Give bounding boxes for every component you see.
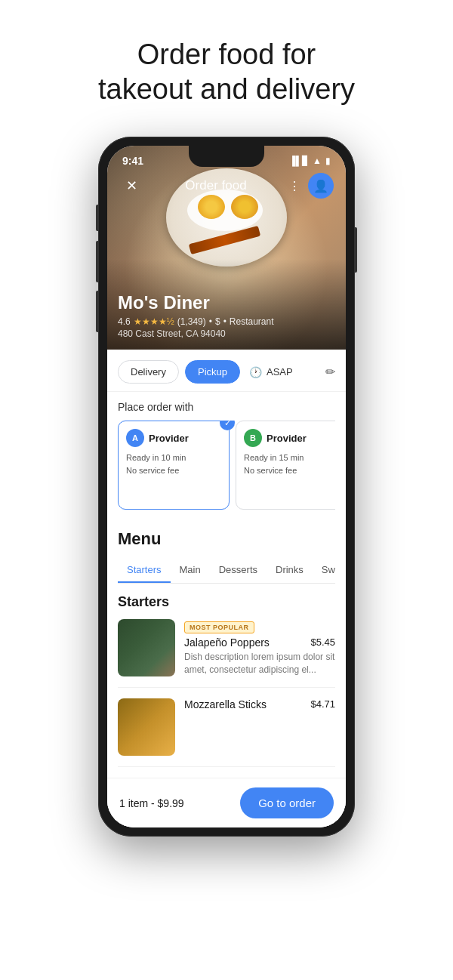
provider-section: Place order with ✓ A Provider Ready in 1… <box>107 392 346 519</box>
phone-notch <box>189 146 264 167</box>
item-header-poppers: Jalapeño Poppers $5.45 <box>184 636 335 651</box>
provider-b1-name: Provider <box>267 433 307 444</box>
menu-title: Menu <box>118 529 335 549</box>
category: Restaurant <box>230 316 274 327</box>
user-avatar-button[interactable]: 👤 <box>308 173 334 199</box>
phone-screen: 9:41 ▐▌▊ ▲ ▮ ✕ Order food ⋮ 👤 <box>107 146 346 827</box>
status-time: 9:41 <box>122 155 143 167</box>
separator1: • <box>209 316 212 327</box>
restaurant-meta: 4.6 ★★★★½ (1,349) • $ • Restaurant <box>118 316 335 327</box>
power-button <box>354 227 357 273</box>
order-summary: 1 item - $9.99 <box>119 797 184 809</box>
provider-b1-header: B Provider <box>244 429 335 447</box>
star-rating-icon: ★★★★½ <box>134 316 174 327</box>
menu-tab-main[interactable]: Main <box>171 558 210 583</box>
provider-card-a[interactable]: ✓ A Provider Ready in 10 min No service … <box>118 421 230 510</box>
provider-b1-logo: B <box>244 429 262 447</box>
menu-item-poppers[interactable]: MOST POPULAR Jalapeño Poppers $5.45 Dish… <box>118 619 335 688</box>
provider-a-name: Provider <box>149 433 189 444</box>
item-content-poppers: MOST POPULAR Jalapeño Poppers $5.45 Dish… <box>184 619 335 676</box>
bottom-bar: 1 item - $9.99 Go to order <box>107 778 346 827</box>
provider-b1-ready-time: Ready in 15 min <box>244 451 335 464</box>
provider-b1-details: Ready in 15 min No service fee <box>244 451 335 476</box>
provider-a-letter: A <box>132 433 138 442</box>
item-name-mozzarella: Mozzarella Sticks <box>184 698 267 710</box>
menu-tab-sweets[interactable]: Sweets & Treats <box>313 558 335 583</box>
category-title: Starters <box>118 594 335 610</box>
go-to-order-button[interactable]: Go to order <box>240 787 334 818</box>
pickup-tab[interactable]: Pickup <box>185 360 240 384</box>
page-title: Order food for takeout and delivery <box>68 38 385 106</box>
top-right-actions: ⋮ 👤 <box>288 173 334 199</box>
item-name-poppers: Jalapeño Poppers <box>184 636 270 649</box>
silent-button <box>96 205 99 231</box>
phone-frame: 9:41 ▐▌▊ ▲ ▮ ✕ Order food ⋮ 👤 <box>98 137 355 837</box>
volume-down-button <box>96 291 99 332</box>
clock-icon: 🕐 <box>249 366 262 378</box>
item-image-poppers <box>118 619 175 676</box>
menu-tab-starters[interactable]: Starters <box>118 558 171 583</box>
menu-section: Menu Starters Main Desserts Drinks Sweet… <box>107 519 346 584</box>
item-header-mozzarella: Mozzarella Sticks $4.71 <box>184 698 335 713</box>
provider-b1-fee: No service fee <box>244 464 335 477</box>
provider-a-details: Ready in 10 min No service fee <box>126 451 221 476</box>
delivery-tab[interactable]: Delivery <box>118 360 179 384</box>
status-icons: ▐▌▊ ▲ ▮ <box>289 156 331 166</box>
restaurant-name: Mo's Diner <box>118 292 335 313</box>
most-popular-badge: MOST POPULAR <box>184 621 254 633</box>
provider-a-header: A Provider <box>126 429 221 447</box>
item-price-poppers: $5.45 <box>310 636 335 648</box>
poppers-image <box>118 619 175 676</box>
mozzarella-image <box>118 698 175 756</box>
item-image-mozzarella <box>118 698 175 756</box>
content-section: Delivery Pickup 🕐 ASAP ✏ Place order wit… <box>107 350 346 827</box>
item-content-mozzarella: Mozzarella Sticks $4.71 <box>184 698 335 756</box>
review-count: (1,349) <box>177 316 206 327</box>
restaurant-address: 480 Cast Street, CA 94040 <box>118 328 335 339</box>
order-tabs: Delivery Pickup 🕐 ASAP ✏ <box>107 350 346 392</box>
provider-cards-list: ✓ A Provider Ready in 10 min No service … <box>118 421 335 510</box>
provider-a-fee: No service fee <box>126 464 221 477</box>
item-description-poppers: Dish description lorem ipsum dolor sit a… <box>184 651 335 676</box>
item-price-mozzarella: $4.71 <box>310 698 335 710</box>
asap-section: 🕐 ASAP <box>249 366 293 378</box>
menu-tab-drinks[interactable]: Drinks <box>267 558 313 583</box>
hero-section: 9:41 ▐▌▊ ▲ ▮ ✕ Order food ⋮ 👤 <box>107 146 346 350</box>
menu-tab-desserts[interactable]: Desserts <box>210 558 267 583</box>
top-bar-title: Order food <box>185 178 246 193</box>
avatar-icon: 👤 <box>313 179 328 193</box>
provider-a-logo: A <box>126 429 144 447</box>
wifi-icon: ▲ <box>313 156 322 166</box>
starters-category: Starters MOST POPULAR Jalapeño Poppers $… <box>107 584 346 767</box>
provider-a-ready-time: Ready in 10 min <box>126 451 221 464</box>
menu-tabs: Starters Main Desserts Drinks Sweets & T… <box>118 558 335 584</box>
battery-icon: ▮ <box>325 156 331 166</box>
restaurant-info: Mo's Diner 4.6 ★★★★½ (1,349) • $ • Resta… <box>118 292 335 339</box>
separator2: • <box>223 316 226 327</box>
volume-up-button <box>96 241 99 282</box>
selected-check-badge: ✓ <box>220 421 235 430</box>
edit-icon[interactable]: ✏ <box>325 365 335 379</box>
asap-text: ASAP <box>267 366 293 378</box>
restaurant-rating: 4.6 <box>118 316 131 327</box>
signal-icon: ▐▌▊ <box>289 156 309 166</box>
price-tier: $ <box>215 316 220 327</box>
top-navigation-bar: ✕ Order food ⋮ 👤 <box>107 173 346 199</box>
provider-b1-letter: B <box>250 433 256 442</box>
more-options-icon[interactable]: ⋮ <box>288 179 300 193</box>
menu-item-mozzarella[interactable]: Mozzarella Sticks $4.71 <box>118 698 335 767</box>
provider-section-label: Place order with <box>118 401 335 413</box>
provider-card-b1[interactable]: B Provider Ready in 15 min No service fe… <box>236 421 335 510</box>
close-button[interactable]: ✕ <box>119 174 143 198</box>
